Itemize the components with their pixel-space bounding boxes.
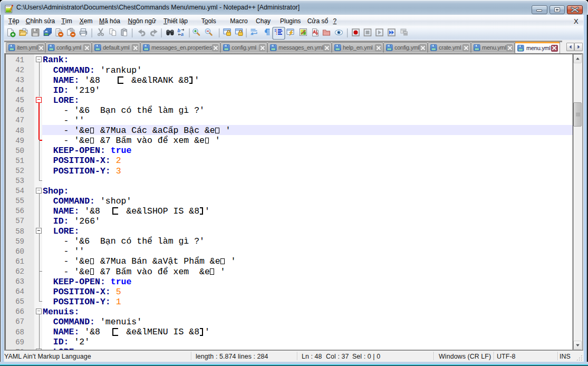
svg-text:a: a [181, 32, 184, 37]
svg-text:b: b [178, 28, 181, 33]
